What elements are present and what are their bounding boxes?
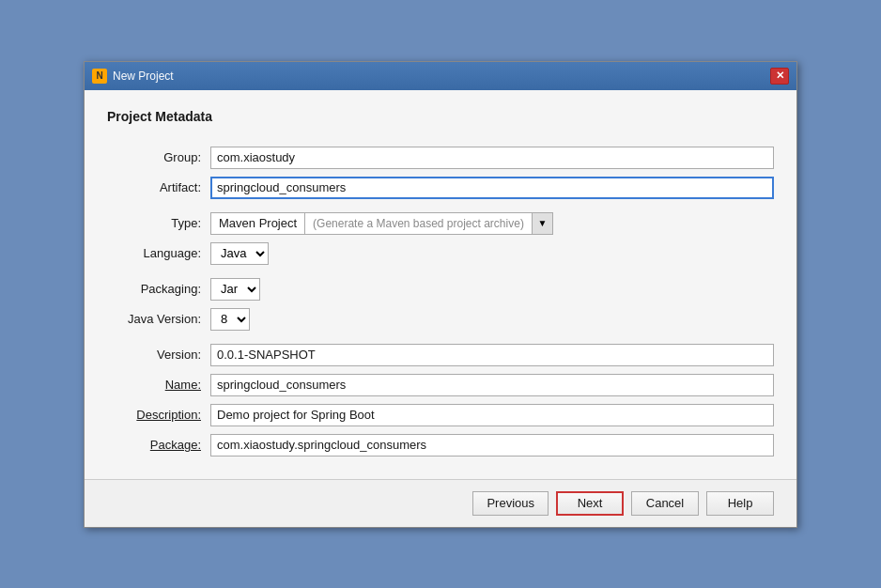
title-bar: N New Project ✕ bbox=[85, 62, 796, 90]
package-label: Package: bbox=[107, 430, 210, 460]
artifact-label: Artifact: bbox=[107, 173, 210, 203]
description-input[interactable] bbox=[210, 404, 774, 426]
language-field: Java bbox=[210, 239, 774, 269]
packaging-label: Packaging: bbox=[107, 274, 210, 304]
title-bar-controls: ✕ bbox=[770, 68, 789, 85]
description-label: Description: bbox=[107, 400, 210, 430]
language-select[interactable]: Java bbox=[210, 242, 269, 265]
type-row: Type: Maven Project (Generate a Maven ba… bbox=[107, 209, 774, 239]
name-row: Name: bbox=[107, 370, 774, 400]
version-row: Version: bbox=[107, 340, 774, 370]
new-project-window: N New Project ✕ Project Metadata Group: … bbox=[84, 61, 797, 528]
language-row: Language: Java bbox=[107, 239, 774, 269]
package-input[interactable] bbox=[210, 434, 774, 456]
version-field bbox=[210, 340, 774, 370]
name-input[interactable] bbox=[210, 374, 774, 396]
java-version-row: Java Version: 8 bbox=[107, 304, 774, 334]
type-field: Maven Project (Generate a Maven based pr… bbox=[210, 209, 774, 239]
type-select-main: Maven Project bbox=[210, 212, 305, 235]
footer: Previous Next Cancel Help bbox=[85, 479, 796, 527]
type-dropdown-button[interactable]: ▼ bbox=[533, 212, 553, 235]
java-version-select[interactable]: 8 bbox=[210, 308, 250, 331]
cancel-button[interactable]: Cancel bbox=[631, 491, 699, 516]
window-body: Project Metadata Group: Artifact: Type: bbox=[85, 90, 796, 479]
type-desc: (Generate a Maven based project archive) bbox=[305, 212, 533, 235]
artifact-input[interactable] bbox=[210, 177, 774, 199]
close-button[interactable]: ✕ bbox=[770, 68, 789, 85]
package-field bbox=[210, 430, 774, 460]
type-value: Maven Project bbox=[219, 216, 297, 230]
type-select-wrap: Maven Project (Generate a Maven based pr… bbox=[210, 212, 774, 235]
name-label: Name: bbox=[107, 370, 210, 400]
packaging-select[interactable]: Jar bbox=[210, 278, 260, 301]
app-icon: N bbox=[92, 69, 107, 84]
java-version-field: 8 bbox=[210, 304, 774, 334]
description-row: Description: bbox=[107, 400, 774, 430]
description-field bbox=[210, 400, 774, 430]
group-input[interactable] bbox=[210, 147, 774, 169]
name-field bbox=[210, 370, 774, 400]
package-row: Package: bbox=[107, 430, 774, 460]
section-title: Project Metadata bbox=[107, 109, 774, 128]
form-table: Group: Artifact: Type: bbox=[107, 143, 774, 460]
packaging-field: Jar bbox=[210, 274, 774, 304]
app-icon-text: N bbox=[96, 70, 102, 81]
packaging-row: Packaging: Jar bbox=[107, 274, 774, 304]
next-button[interactable]: Next bbox=[556, 491, 624, 516]
group-label: Group: bbox=[107, 143, 210, 173]
artifact-row: Artifact: bbox=[107, 173, 774, 203]
previous-button[interactable]: Previous bbox=[472, 491, 549, 516]
artifact-field bbox=[210, 173, 774, 203]
java-version-label: Java Version: bbox=[107, 304, 210, 334]
title-bar-left: N New Project bbox=[92, 69, 174, 84]
version-input[interactable] bbox=[210, 344, 774, 366]
group-row: Group: bbox=[107, 143, 774, 173]
language-label: Language: bbox=[107, 239, 210, 269]
help-button[interactable]: Help bbox=[706, 491, 774, 516]
type-label: Type: bbox=[107, 209, 210, 239]
version-label: Version: bbox=[107, 340, 210, 370]
group-field bbox=[210, 143, 774, 173]
window-title: New Project bbox=[113, 70, 174, 83]
